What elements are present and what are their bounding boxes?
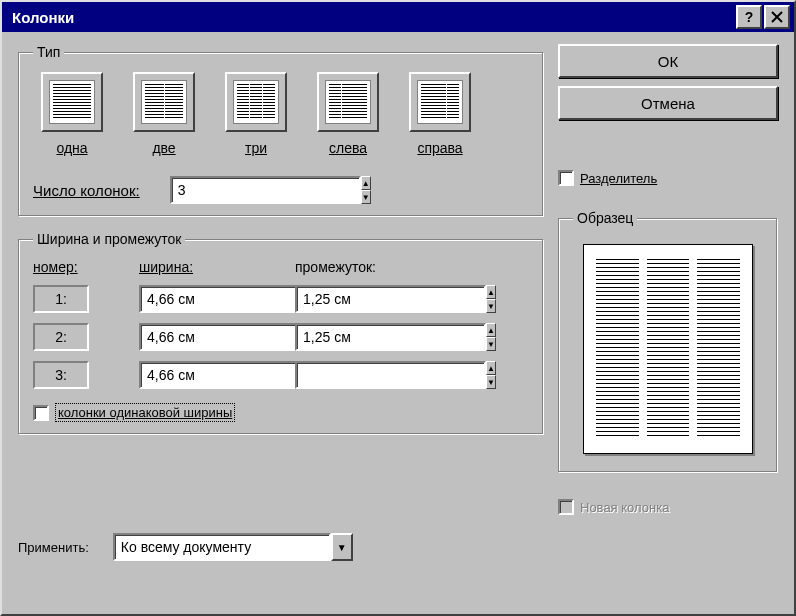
row-number-3: 3: (33, 361, 89, 389)
width-spinner-3[interactable]: ▲▼ (139, 361, 259, 389)
type-preset-3: слева (309, 72, 387, 156)
width-spacing-group: Ширина и промежуток номер: ширина: проме… (18, 231, 544, 435)
equal-width-label: колонки одинаковой ширины (55, 403, 235, 422)
columns-dialog: Колонки ? Тип однадветрислевасправа Числ… (0, 0, 796, 616)
equal-width-checkbox[interactable] (33, 405, 49, 421)
spin-down-icon[interactable]: ▼ (361, 190, 371, 204)
separator-checkbox[interactable] (558, 170, 574, 186)
type-preset-2: три (217, 72, 295, 156)
num-columns-spinner[interactable]: ▲ ▼ (170, 176, 280, 204)
width-spacing-legend: Ширина и промежуток (33, 231, 185, 247)
type-preset-label: слева (309, 140, 387, 156)
num-columns-input[interactable] (170, 176, 361, 204)
apply-label: Применить: (18, 540, 89, 555)
row-number-2: 2: (33, 323, 89, 351)
spacing-spinner-3-input[interactable] (295, 361, 486, 389)
spin-down-icon[interactable]: ▼ (486, 299, 496, 313)
apply-select[interactable]: Ко всему документу ▼ (113, 533, 353, 561)
window-title: Колонки (12, 9, 74, 26)
preview-column (697, 259, 740, 439)
spin-down-icon[interactable]: ▼ (486, 375, 496, 389)
new-column-checkbox (558, 499, 574, 515)
header-number: номер: (33, 259, 123, 275)
num-columns-label: Число колонок: (33, 182, 140, 199)
spacing-spinner-3[interactable]: ▲▼ (295, 361, 415, 389)
spacing-spinner-2[interactable]: ▲▼ (295, 323, 415, 351)
type-preset-4: справа (401, 72, 479, 156)
width-spinner-1[interactable]: ▲▼ (139, 285, 259, 313)
type-preset-label: справа (401, 140, 479, 156)
close-button[interactable] (764, 5, 790, 29)
separator-label: Разделитель (580, 171, 657, 186)
preview-column (647, 259, 690, 439)
type-preset-button-одна[interactable] (41, 72, 103, 132)
type-preset-button-две[interactable] (133, 72, 195, 132)
preview-legend: Образец (573, 210, 637, 226)
type-preset-0: одна (33, 72, 111, 156)
header-width: ширина: (139, 259, 279, 275)
type-preset-1: две (125, 72, 203, 156)
type-preset-button-три[interactable] (225, 72, 287, 132)
type-preset-label: три (217, 140, 295, 156)
type-preset-label: одна (33, 140, 111, 156)
spin-up-icon[interactable]: ▲ (486, 323, 496, 337)
titlebar: Колонки ? (2, 2, 794, 32)
type-preset-button-слева[interactable] (317, 72, 379, 132)
apply-value: Ко всему документу (113, 533, 331, 561)
row-number-1: 1: (33, 285, 89, 313)
cancel-button[interactable]: Отмена (558, 86, 778, 120)
preview-page (583, 244, 753, 454)
width-spinner-2[interactable]: ▲▼ (139, 323, 259, 351)
type-preset-button-справа[interactable] (409, 72, 471, 132)
spin-down-icon[interactable]: ▼ (486, 337, 496, 351)
spin-up-icon[interactable]: ▲ (361, 176, 371, 190)
dropdown-icon[interactable]: ▼ (331, 533, 353, 561)
type-group: Тип однадветрислевасправа Число колонок:… (18, 44, 544, 217)
type-legend: Тип (33, 44, 64, 60)
spin-up-icon[interactable]: ▲ (486, 285, 496, 299)
preview-column (596, 259, 639, 439)
help-button[interactable]: ? (736, 5, 762, 29)
preview-group: Образец (558, 210, 778, 473)
new-column-label: Новая колонка (580, 500, 669, 515)
ok-button[interactable]: ОК (558, 44, 778, 78)
spacing-spinner-1[interactable]: ▲▼ (295, 285, 415, 313)
spin-up-icon[interactable]: ▲ (486, 361, 496, 375)
header-spacing: промежуток: (295, 259, 455, 275)
type-preset-label: две (125, 140, 203, 156)
spacing-spinner-1-input[interactable] (295, 285, 486, 313)
spacing-spinner-2-input[interactable] (295, 323, 486, 351)
